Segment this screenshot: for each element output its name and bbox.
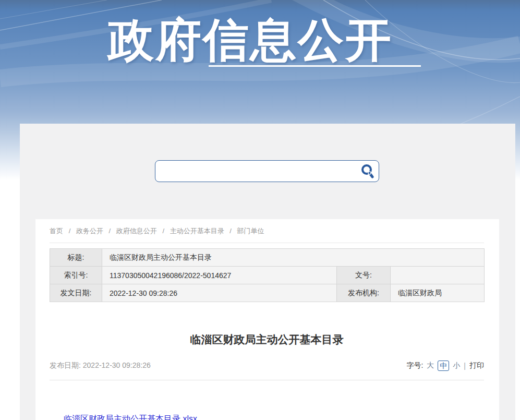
breadcrumb-info-disclosure[interactable]: 政府信息公开 xyxy=(116,227,157,235)
issue-date-value: 2022-12-30 09:28:26 xyxy=(102,284,337,302)
breadcrumb-divider xyxy=(50,243,484,243)
search-icon xyxy=(359,163,375,179)
article-meta-row: 发布日期: 2022-12-30 09:28:26 字号: 大 中 小 | 打印 xyxy=(50,361,484,371)
breadcrumb-separator: / xyxy=(69,227,71,235)
font-size-small-button[interactable]: 小 xyxy=(453,361,460,370)
search-box xyxy=(155,160,379,182)
publish-date: 发布日期: 2022-12-30 09:28:26 xyxy=(50,361,151,370)
table-row-index: 索引号: 113703050042196086/2022-5014627 文号: xyxy=(50,267,485,284)
breadcrumb-separator: / xyxy=(109,227,111,235)
content-container: 首页 / 政务公开 / 政府信息公开 / 主动公开基本目录 / 部门单位 标题:… xyxy=(20,124,515,420)
agency-label: 发布机构: xyxy=(337,284,391,302)
index-number-label: 索引号: xyxy=(50,267,102,284)
search-input[interactable] xyxy=(155,161,379,182)
breadcrumb-catalog[interactable]: 主动公开基本目录 xyxy=(170,227,224,235)
page-banner-title: 政府信息公开 xyxy=(0,9,501,71)
publish-date-label: 发布日期: xyxy=(50,361,81,369)
search-button[interactable] xyxy=(359,163,376,180)
document-meta-table: 标题: 临淄区财政局主动公开基本目录 索引号: 1137030500421960… xyxy=(50,248,485,302)
breadcrumb: 首页 / 政务公开 / 政府信息公开 / 主动公开基本目录 / 部门单位 xyxy=(50,226,484,243)
agency-value: 临淄区财政局 xyxy=(391,284,485,302)
breadcrumb-separator: / xyxy=(229,227,232,235)
print-button[interactable]: 打印 xyxy=(469,361,484,370)
breadcrumb-home[interactable]: 首页 xyxy=(50,227,63,235)
breadcrumb-zhengwu[interactable]: 政务公开 xyxy=(76,227,103,235)
font-size-label: 字号: xyxy=(406,361,423,370)
table-row-date: 发文日期: 2022-12-30 09:28:26 发布机构: 临淄区财政局 xyxy=(50,284,485,302)
title-value: 临淄区财政局主动公开基本目录 xyxy=(102,249,485,267)
breadcrumb-department[interactable]: 部门单位 xyxy=(237,227,264,235)
title-label: 标题: xyxy=(50,249,102,267)
table-row-title: 标题: 临淄区财政局主动公开基本目录 xyxy=(50,249,485,267)
issue-date-label: 发文日期: xyxy=(50,284,102,302)
font-size-large-button[interactable]: 大 xyxy=(427,361,434,370)
publish-date-value: 2022-12-30 09:28:26 xyxy=(83,361,151,369)
doc-number-value xyxy=(391,267,485,284)
detail-card: 首页 / 政务公开 / 政府信息公开 / 主动公开基本目录 / 部门单位 标题:… xyxy=(35,219,499,420)
controls-separator: | xyxy=(464,362,466,370)
doc-number-label: 文号: xyxy=(337,267,391,284)
attachment-link-xlsx[interactable]: 临淄区财政局主动公开基本目录.xlsx xyxy=(64,414,197,420)
font-size-and-print-controls: 字号: 大 中 小 | 打印 xyxy=(406,361,484,371)
banner-title-underline xyxy=(209,65,421,67)
breadcrumb-separator: / xyxy=(162,227,164,235)
article-divider xyxy=(50,380,484,380)
index-number-value: 113703050042196086/2022-5014627 xyxy=(102,267,337,284)
article-title: 临淄区财政局主动公开基本目录 xyxy=(50,332,484,347)
font-size-medium-button[interactable]: 中 xyxy=(438,361,449,371)
